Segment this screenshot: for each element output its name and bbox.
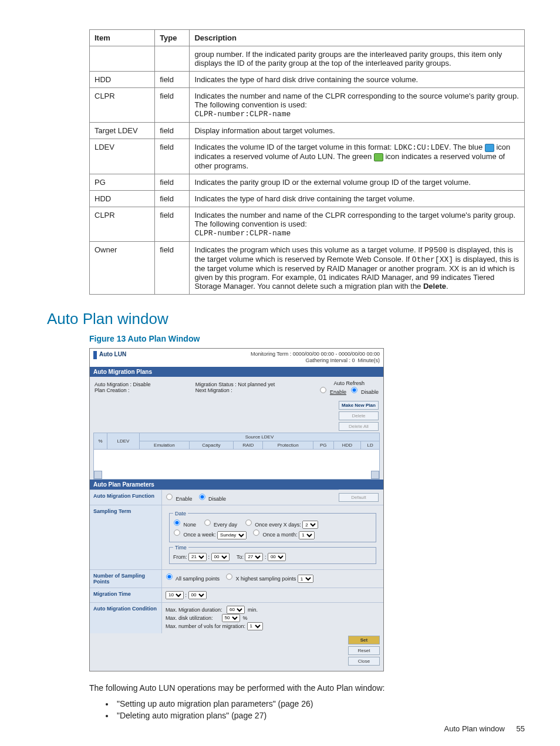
migration-status-value: Not planned yet	[238, 382, 275, 387]
cell-type: field	[155, 123, 190, 139]
max-disk-select[interactable]: 50	[222, 614, 240, 622]
close-button[interactable]: Close	[348, 657, 380, 666]
cell-item	[90, 46, 155, 72]
reserved-autolun-icon	[485, 144, 494, 152]
cell-desc: Indicates the type of hard disk drive co…	[190, 72, 525, 88]
cell-desc: Indicates the volume ID of the target vo…	[190, 139, 525, 174]
fn-enable[interactable]: Enable	[166, 496, 193, 502]
from-h[interactable]: 21	[188, 553, 207, 561]
cell-type: field	[155, 88, 190, 123]
monitoring-term-value: 0000/00/00 00:00 - 0000/00/00 00:00	[293, 351, 380, 357]
th-type: Type	[155, 30, 190, 46]
list-item: "Setting up auto migration plan paramete…	[114, 699, 525, 708]
delete-button[interactable]: Delete	[339, 411, 379, 420]
th-item: Item	[90, 30, 155, 46]
to-m[interactable]: 00	[268, 553, 286, 561]
cell-item: PG	[90, 174, 155, 190]
cell-item: Owner	[90, 241, 155, 294]
table-row: HDDfieldIndicates the type of hard disk …	[90, 190, 525, 207]
nsp-all[interactable]: All sampling points	[166, 576, 220, 582]
cell-item: Target LDEV	[90, 123, 155, 139]
auto-refresh-enable[interactable]: Enable	[319, 389, 346, 395]
table-row: LDEVfieldIndicates the volume ID of the …	[90, 139, 525, 174]
week-select[interactable]: Sunday	[217, 531, 247, 539]
date-oncemonth[interactable]: Once a month:	[252, 532, 298, 538]
gathering-unit: Minute(s)	[357, 357, 380, 363]
from-m[interactable]: 00	[211, 553, 230, 561]
th-source-ldev: Source LDEV	[140, 433, 380, 441]
date-none[interactable]: None	[173, 522, 196, 528]
list-item: "Deleting auto migration plans" (page 27…	[114, 711, 525, 720]
table-row: CLPRfieldIndicates the number and name o…	[90, 88, 525, 123]
mig-m[interactable]: 00	[188, 591, 207, 599]
delete-all-button[interactable]: Delete All	[339, 422, 379, 431]
cell-item: LDEV	[90, 139, 155, 174]
cell-desc: Indicates the parity group ID or the ext…	[190, 174, 525, 190]
cell-type	[155, 46, 190, 72]
auto-mig-cond-label: Auto Migration Condition	[90, 603, 162, 633]
max-vols-select[interactable]: 1	[247, 622, 263, 630]
table-row: group number. If the indicated parity gr…	[90, 46, 525, 72]
cell-type: field	[155, 174, 190, 190]
cell-item: CLPR	[90, 88, 155, 123]
reserved-other-icon	[374, 153, 383, 161]
gathering-label: Gathering Interval :	[305, 357, 350, 363]
footer-page: 55	[517, 724, 525, 733]
auto-refresh-disable[interactable]: Disable	[350, 389, 379, 395]
migration-time-label: Migration Time	[90, 588, 162, 602]
figure-caption: Figure 13 Auto Plan Window	[89, 334, 525, 343]
auto-migration-value: Disable	[133, 382, 151, 387]
nsp-label: Number of Sampling Points	[90, 570, 162, 588]
section-heading: Auto Plan window	[47, 310, 525, 328]
xdays-select[interactable]: 2	[302, 521, 318, 529]
cell-item: HDD	[90, 72, 155, 88]
cell-type: field	[155, 190, 190, 207]
auto-refresh-label: Auto Refresh	[333, 380, 365, 386]
title-stripe-icon	[93, 351, 97, 359]
make-new-plan-button[interactable]: Make New Plan	[339, 401, 379, 410]
cell-item: CLPR	[90, 207, 155, 241]
cell-item: HDD	[90, 190, 155, 207]
cell-desc: Indicates the number and name of the CLP…	[190, 88, 525, 123]
table-row: PGfieldIndicates the parity group ID or …	[90, 174, 525, 190]
reset-button[interactable]: Reset	[348, 646, 380, 655]
plans-header: Auto Migration Plans	[90, 367, 383, 377]
cell-desc: Indicates the number and name of the CLP…	[190, 207, 525, 241]
mig-h[interactable]: 10	[166, 591, 184, 599]
cell-type: field	[155, 139, 190, 174]
gathering-value: 0	[352, 357, 355, 363]
cell-type: field	[155, 207, 190, 241]
max-duration-select[interactable]: 60	[227, 606, 245, 614]
nsp-x-select[interactable]: 1	[298, 575, 313, 583]
set-button[interactable]: Set	[348, 636, 380, 644]
app-title: Auto LUN	[99, 351, 126, 357]
date-everyday[interactable]: Every day	[204, 522, 238, 528]
table-row: CLPRfieldIndicates the number and name o…	[90, 207, 525, 241]
footer-title: Auto Plan window	[444, 724, 505, 733]
date-xdays[interactable]: Once every X days:	[245, 522, 301, 528]
table-row: HDDfieldIndicates the type of hard disk …	[90, 72, 525, 88]
default-button[interactable]: Default	[339, 493, 379, 502]
cell-type: field	[155, 72, 190, 88]
monitoring-term-label: Monitoring Term :	[251, 351, 291, 357]
fn-disable[interactable]: Disable	[198, 496, 227, 502]
operations-list: "Setting up auto migration plan paramete…	[103, 699, 525, 720]
nsp-xhighest[interactable]: X highest sampling points	[225, 576, 296, 582]
cell-type: field	[155, 241, 190, 294]
auto-plan-window: Auto LUN Monitoring Term : 0000/00/00 00…	[89, 348, 384, 671]
scroll-right-icon[interactable]	[371, 471, 379, 479]
sampling-term-label: Sampling Term	[90, 505, 162, 569]
month-select[interactable]: 1	[299, 531, 315, 539]
source-ldev-grid: %LDEVSource LDEV EmulationCapacityRAID P…	[93, 433, 380, 450]
migration-status-label: Migration Status :	[195, 382, 237, 387]
to-h[interactable]: 27	[245, 553, 263, 561]
cell-desc: Display information about target volumes…	[190, 123, 525, 139]
field-spec-table: Item Type Description group number. If t…	[89, 29, 525, 295]
cell-desc: group number. If the indicated parity gr…	[190, 46, 525, 72]
date-onceweek[interactable]: Once a week:	[173, 532, 216, 538]
scroll-left-icon[interactable]	[94, 471, 102, 479]
params-header: Auto Plan Parameters	[90, 480, 383, 490]
auto-migration-fn-label: Auto Migration Function	[90, 490, 162, 505]
auto-migration-label: Auto Migration :	[95, 382, 131, 387]
cell-desc: Indicates the program which uses this vo…	[190, 241, 525, 294]
